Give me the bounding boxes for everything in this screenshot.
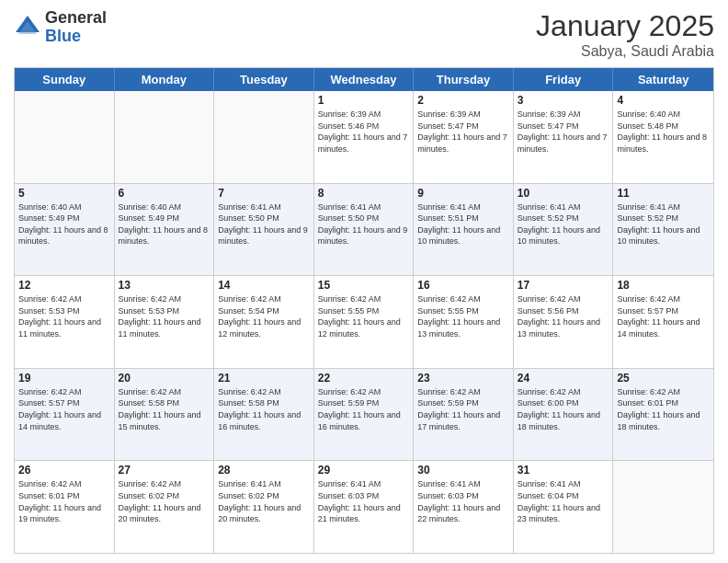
day-name-tuesday: Tuesday	[214, 68, 314, 91]
logo-general: General	[45, 9, 107, 28]
day-name-saturday: Saturday	[613, 68, 713, 91]
calendar-cell	[15, 91, 115, 183]
calendar-cell: 21Sunrise: 6:42 AM Sunset: 5:58 PM Dayli…	[214, 369, 314, 461]
cell-info: Sunrise: 6:42 AM Sunset: 5:58 PM Dayligh…	[119, 386, 210, 432]
cell-date: 26	[18, 464, 110, 477]
cell-info: Sunrise: 6:39 AM Sunset: 5:47 PM Dayligh…	[518, 109, 609, 155]
calendar-cell: 2Sunrise: 6:39 AM Sunset: 5:47 PM Daylig…	[414, 91, 514, 183]
cell-date: 3	[518, 94, 609, 107]
calendar-cell: 25Sunrise: 6:42 AM Sunset: 6:01 PM Dayli…	[613, 369, 713, 461]
cell-info: Sunrise: 6:41 AM Sunset: 6:02 PM Dayligh…	[218, 478, 310, 524]
cell-date: 22	[318, 372, 410, 385]
cell-date: 31	[518, 464, 609, 477]
cell-date: 29	[318, 464, 410, 477]
cell-date: 5	[18, 187, 110, 200]
day-name-monday: Monday	[115, 68, 215, 91]
cell-date: 19	[18, 372, 110, 385]
cell-date: 1	[318, 94, 410, 107]
cell-date: 23	[417, 372, 509, 385]
calendar-cell: 9Sunrise: 6:41 AM Sunset: 5:51 PM Daylig…	[414, 184, 514, 276]
cell-info: Sunrise: 6:40 AM Sunset: 5:48 PM Dayligh…	[617, 109, 710, 155]
day-name-wednesday: Wednesday	[314, 68, 415, 91]
cell-info: Sunrise: 6:41 AM Sunset: 5:50 PM Dayligh…	[218, 201, 310, 247]
calendar: SundayMondayTuesdayWednesdayThursdayFrid…	[14, 67, 714, 554]
calendar-cell: 5Sunrise: 6:40 AM Sunset: 5:49 PM Daylig…	[15, 184, 115, 276]
calendar-cell: 3Sunrise: 6:39 AM Sunset: 5:47 PM Daylig…	[514, 91, 614, 183]
calendar-cell: 16Sunrise: 6:42 AM Sunset: 5:55 PM Dayli…	[414, 276, 514, 368]
calendar-cell	[613, 461, 713, 553]
title-section: January 2025 Sabya, Saudi Arabia	[536, 9, 714, 60]
cell-info: Sunrise: 6:41 AM Sunset: 6:03 PM Dayligh…	[417, 478, 509, 524]
calendar-cell: 19Sunrise: 6:42 AM Sunset: 5:57 PM Dayli…	[15, 369, 115, 461]
logo: General Blue	[14, 9, 107, 46]
logo-icon	[14, 14, 41, 41]
calendar-cell: 7Sunrise: 6:41 AM Sunset: 5:50 PM Daylig…	[214, 184, 314, 276]
cell-info: Sunrise: 6:41 AM Sunset: 5:52 PM Dayligh…	[518, 201, 609, 247]
calendar-cell: 6Sunrise: 6:40 AM Sunset: 5:49 PM Daylig…	[115, 184, 215, 276]
calendar-cell: 24Sunrise: 6:42 AM Sunset: 6:00 PM Dayli…	[514, 369, 614, 461]
cell-info: Sunrise: 6:42 AM Sunset: 5:54 PM Dayligh…	[218, 293, 310, 339]
calendar-cell	[214, 91, 314, 183]
cell-info: Sunrise: 6:41 AM Sunset: 6:04 PM Dayligh…	[518, 478, 609, 524]
cell-date: 17	[518, 279, 609, 292]
cell-info: Sunrise: 6:42 AM Sunset: 5:59 PM Dayligh…	[417, 386, 509, 432]
calendar-cell: 14Sunrise: 6:42 AM Sunset: 5:54 PM Dayli…	[214, 276, 314, 368]
cell-date: 13	[119, 279, 210, 292]
cell-date: 11	[617, 187, 710, 200]
calendar-cell: 1Sunrise: 6:39 AM Sunset: 5:46 PM Daylig…	[314, 91, 415, 183]
cell-date: 21	[218, 372, 310, 385]
page: General Blue January 2025 Sabya, Saudi A…	[0, 0, 728, 563]
month-title: January 2025	[536, 9, 714, 43]
calendar-cell: 12Sunrise: 6:42 AM Sunset: 5:53 PM Dayli…	[15, 276, 115, 368]
cell-info: Sunrise: 6:42 AM Sunset: 5:55 PM Dayligh…	[318, 293, 410, 339]
day-name-thursday: Thursday	[414, 68, 514, 91]
calendar-header: SundayMondayTuesdayWednesdayThursdayFrid…	[15, 68, 713, 91]
calendar-row: 26Sunrise: 6:42 AM Sunset: 6:01 PM Dayli…	[15, 460, 713, 553]
cell-date: 14	[218, 279, 310, 292]
cell-info: Sunrise: 6:42 AM Sunset: 5:56 PM Dayligh…	[518, 293, 609, 339]
cell-date: 10	[518, 187, 609, 200]
calendar-cell: 31Sunrise: 6:41 AM Sunset: 6:04 PM Dayli…	[514, 461, 614, 553]
cell-info: Sunrise: 6:42 AM Sunset: 5:55 PM Dayligh…	[417, 293, 509, 339]
calendar-cell: 13Sunrise: 6:42 AM Sunset: 5:53 PM Dayli…	[115, 276, 215, 368]
calendar-row: 19Sunrise: 6:42 AM Sunset: 5:57 PM Dayli…	[15, 368, 713, 461]
calendar-cell: 8Sunrise: 6:41 AM Sunset: 5:50 PM Daylig…	[314, 184, 415, 276]
cell-info: Sunrise: 6:39 AM Sunset: 5:47 PM Dayligh…	[417, 109, 509, 155]
cell-info: Sunrise: 6:40 AM Sunset: 5:49 PM Dayligh…	[18, 201, 110, 247]
cell-info: Sunrise: 6:42 AM Sunset: 5:53 PM Dayligh…	[119, 293, 210, 339]
cell-info: Sunrise: 6:42 AM Sunset: 5:59 PM Dayligh…	[318, 386, 410, 432]
cell-date: 30	[417, 464, 509, 477]
cell-date: 28	[218, 464, 310, 477]
cell-info: Sunrise: 6:41 AM Sunset: 5:52 PM Dayligh…	[617, 201, 710, 247]
cell-info: Sunrise: 6:42 AM Sunset: 6:00 PM Dayligh…	[518, 386, 609, 432]
cell-date: 20	[119, 372, 210, 385]
calendar-cell: 27Sunrise: 6:42 AM Sunset: 6:02 PM Dayli…	[115, 461, 215, 553]
cell-date: 27	[119, 464, 210, 477]
cell-info: Sunrise: 6:39 AM Sunset: 5:46 PM Dayligh…	[318, 109, 410, 155]
cell-info: Sunrise: 6:42 AM Sunset: 6:02 PM Dayligh…	[119, 478, 210, 524]
cell-date: 12	[18, 279, 110, 292]
calendar-body: 1Sunrise: 6:39 AM Sunset: 5:46 PM Daylig…	[15, 91, 713, 553]
cell-date: 6	[119, 187, 210, 200]
calendar-cell: 10Sunrise: 6:41 AM Sunset: 5:52 PM Dayli…	[514, 184, 614, 276]
header: General Blue January 2025 Sabya, Saudi A…	[14, 9, 714, 60]
location-title: Sabya, Saudi Arabia	[536, 43, 714, 60]
calendar-cell: 23Sunrise: 6:42 AM Sunset: 5:59 PM Dayli…	[414, 369, 514, 461]
cell-date: 9	[417, 187, 509, 200]
cell-date: 8	[318, 187, 410, 200]
cell-info: Sunrise: 6:42 AM Sunset: 5:53 PM Dayligh…	[18, 293, 110, 339]
calendar-cell: 30Sunrise: 6:41 AM Sunset: 6:03 PM Dayli…	[414, 461, 514, 553]
calendar-cell	[115, 91, 215, 183]
calendar-cell: 20Sunrise: 6:42 AM Sunset: 5:58 PM Dayli…	[115, 369, 215, 461]
cell-info: Sunrise: 6:42 AM Sunset: 5:57 PM Dayligh…	[617, 293, 710, 339]
cell-info: Sunrise: 6:42 AM Sunset: 6:01 PM Dayligh…	[617, 386, 710, 432]
logo-blue: Blue	[45, 28, 107, 46]
calendar-cell: 22Sunrise: 6:42 AM Sunset: 5:59 PM Dayli…	[314, 369, 415, 461]
cell-date: 16	[417, 279, 509, 292]
cell-date: 2	[417, 94, 509, 107]
cell-info: Sunrise: 6:42 AM Sunset: 5:57 PM Dayligh…	[18, 386, 110, 432]
calendar-cell: 17Sunrise: 6:42 AM Sunset: 5:56 PM Dayli…	[514, 276, 614, 368]
calendar-cell: 29Sunrise: 6:41 AM Sunset: 6:03 PM Dayli…	[314, 461, 415, 553]
day-name-friday: Friday	[514, 68, 614, 91]
cell-info: Sunrise: 6:41 AM Sunset: 5:51 PM Dayligh…	[417, 201, 509, 247]
